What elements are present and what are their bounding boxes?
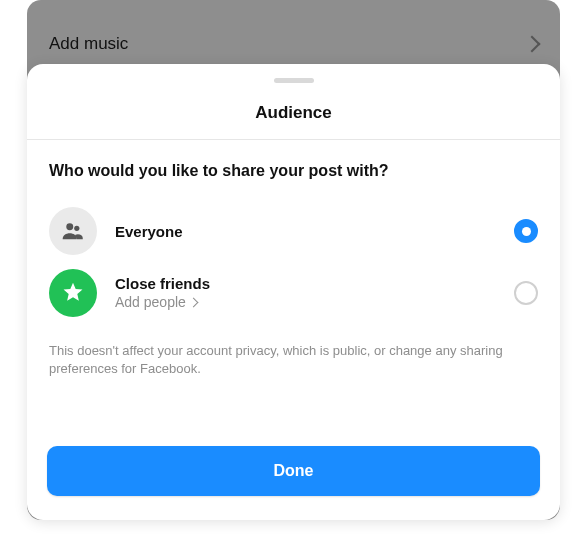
sheet-title: Audience [27, 83, 560, 139]
sheet-footer: Done [27, 430, 560, 520]
add-music-row[interactable]: Add music [27, 34, 560, 54]
svg-point-0 [66, 223, 73, 230]
add-music-label: Add music [49, 34, 128, 54]
option-text: Close friends Add people [115, 275, 514, 311]
section-heading: Who would you like to share your post wi… [27, 140, 560, 200]
disclaimer-text: This doesn't affect your account privacy… [27, 324, 560, 377]
radio-everyone[interactable] [514, 219, 538, 243]
option-text: Everyone [115, 223, 514, 240]
radio-close-friends[interactable] [514, 281, 538, 305]
option-everyone[interactable]: Everyone [27, 200, 560, 262]
option-title: Close friends [115, 275, 514, 292]
chevron-right-icon [188, 297, 198, 307]
svg-point-1 [74, 226, 79, 231]
screen: Add music Audience Who would you like to… [0, 0, 587, 537]
sheet-grabber[interactable] [27, 64, 560, 83]
star-icon [49, 269, 97, 317]
option-subtitle[interactable]: Add people [115, 294, 197, 310]
audience-sheet: Audience Who would you like to share you… [27, 64, 560, 520]
chevron-right-icon [524, 36, 541, 53]
people-icon [49, 207, 97, 255]
option-close-friends[interactable]: Close friends Add people [27, 262, 560, 324]
done-button[interactable]: Done [47, 446, 540, 496]
option-title: Everyone [115, 223, 514, 240]
